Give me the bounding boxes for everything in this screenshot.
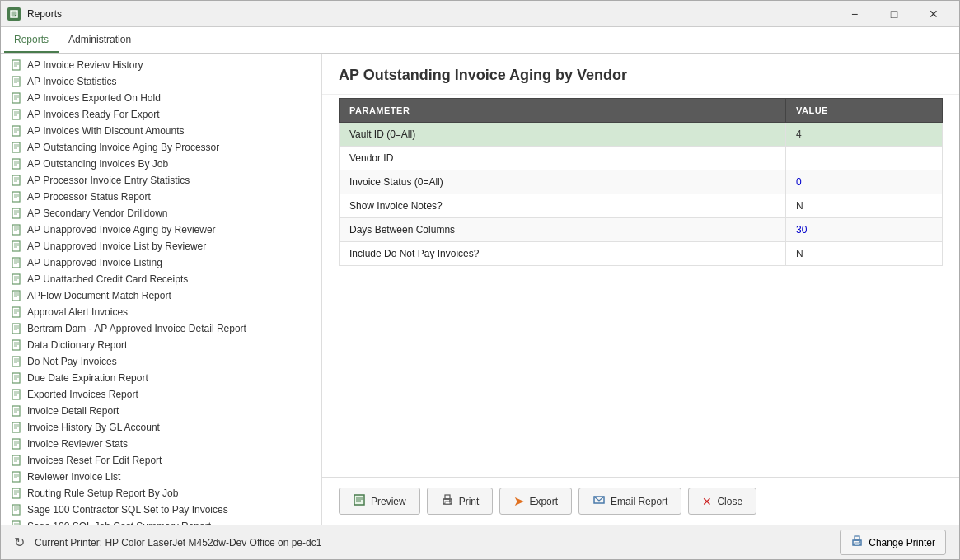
window-title: Reports [27,8,836,20]
sidebar-item-11[interactable]: AP Unapproved Invoice List by Reviewer [1,238,321,254]
document-icon [11,125,22,137]
param-cell: Include Do Not Pay Invoices? [340,242,786,266]
sidebar-item-27[interactable]: Sage 100 Contractor SQL Set to Pay Invoi… [1,502,321,518]
sidebar-item-label: AP Invoices Exported On Hold [27,92,161,104]
sidebar-item-22[interactable]: Invoice History By GL Account [1,419,321,436]
sidebar-item-15[interactable]: Approval Alert Invoices [1,304,321,320]
svg-rect-64 [12,307,20,317]
sidebar-item-label: Data Dictionary Report [27,339,127,351]
sidebar-item-6[interactable]: AP Outstanding Invoices By Job [1,156,321,172]
menu-reports[interactable]: Reports [4,27,59,53]
sidebar-item-5[interactable]: AP Outstanding Invoice Aging By Processo… [1,139,321,156]
svg-rect-52 [12,258,20,268]
value-cell[interactable]: N [785,242,942,266]
printer-icon [850,534,864,550]
change-printer-button[interactable]: Change Printer [840,530,946,555]
param-cell: Show Invoice Notes? [340,194,786,218]
sidebar-item-label: AP Unapproved Invoice List by Reviewer [27,240,206,252]
sidebar-item-label: AP Unapproved Invoice Aging by Reviewer [27,224,216,236]
email-button[interactable]: Email Report [578,488,681,515]
sidebar-item-23[interactable]: Invoice Reviewer Stats [1,436,321,452]
svg-rect-108 [12,488,20,498]
sidebar-item-21[interactable]: Invoice Detail Report [1,403,321,419]
report-list-sidebar: AP Invoice Review HistoryAP Invoice Stat… [1,54,322,525]
svg-rect-88 [12,406,20,416]
sidebar-item-label: Approval Alert Invoices [27,306,128,318]
sidebar-item-label: AP Secondary Vendor Drilldown [27,208,168,219]
sidebar-item-28[interactable]: Sage 100 SQL Job Cost Summary Report [1,518,321,525]
sidebar-item-label: Invoice Detail Report [27,405,119,417]
document-icon [11,59,22,71]
action-bar: Preview Print ➤ Export Email Report [322,477,959,525]
sidebar-item-24[interactable]: Invoices Reset For Edit Report [1,452,321,469]
document-icon [11,76,22,87]
document-icon [11,438,22,450]
sidebar-item-17[interactable]: Data Dictionary Report [1,337,321,353]
document-icon [11,422,22,433]
value-cell[interactable]: 0 [785,170,942,194]
svg-rect-48 [12,241,20,251]
sidebar-item-9[interactable]: AP Secondary Vendor Drilldown [1,205,321,222]
document-icon [11,175,22,186]
sidebar-item-19[interactable]: Due Date Expiration Report [1,370,321,386]
email-icon [592,493,606,509]
content-area: AP Invoice Review HistoryAP Invoice Stat… [1,54,959,525]
svg-rect-12 [12,93,20,103]
sidebar-item-10[interactable]: AP Unapproved Invoice Aging by Reviewer [1,222,321,238]
sidebar-item-16[interactable]: Bertram Dam - AP Approved Invoice Detail… [1,320,321,337]
sidebar-item-label: AP Invoice Statistics [27,76,117,87]
value-cell[interactable]: 4 [785,123,942,147]
sidebar-item-14[interactable]: APFlow Document Match Report [1,287,321,304]
svg-rect-36 [12,192,20,202]
sidebar-item-12[interactable]: AP Unapproved Invoice Listing [1,254,321,271]
export-button[interactable]: ➤ Export [499,488,572,515]
param-cell: Vendor ID [340,147,786,170]
value-cell[interactable] [785,147,942,170]
svg-rect-100 [12,455,20,465]
sidebar-item-26[interactable]: Routing Rule Setup Report By Job [1,485,321,502]
svg-rect-80 [12,373,20,383]
sidebar-item-label: Bertram Dam - AP Approved Invoice Detail… [27,323,246,334]
refresh-icon[interactable]: ↻ [14,534,25,550]
sidebar-item-13[interactable]: AP Unattached Credit Card Receipts [1,271,321,287]
sidebar-item-1[interactable]: AP Invoice Statistics [1,73,321,90]
sidebar-item-8[interactable]: AP Processor Status Report [1,189,321,205]
svg-rect-104 [12,472,20,482]
svg-rect-147 [855,543,859,545]
svg-point-143 [449,500,451,502]
svg-rect-112 [12,505,20,515]
document-icon [11,504,22,516]
value-cell[interactable]: N [785,194,942,218]
sidebar-item-label: Due Date Expiration Report [27,372,148,384]
sidebar-item-label: AP Unapproved Invoice Listing [27,257,162,268]
value-cell[interactable]: 30 [785,218,942,242]
sidebar-item-7[interactable]: AP Processor Invoice Entry Statistics [1,172,321,189]
sidebar-item-3[interactable]: AP Invoices Ready For Export [1,106,321,123]
sidebar-item-label: AP Processor Invoice Entry Statistics [27,175,190,186]
sidebar-item-label: AP Unattached Credit Card Receipts [27,273,188,285]
sidebar-item-18[interactable]: Do Not Pay Invoices [1,353,321,370]
menu-administration[interactable]: Administration [59,27,141,53]
sidebar-item-label: Invoice Reviewer Stats [27,438,128,450]
sidebar-item-label: AP Invoice Review History [27,59,143,71]
preview-button[interactable]: Preview [339,488,420,515]
svg-rect-142 [445,502,450,504]
sidebar-item-4[interactable]: AP Invoices With Discount Amounts [1,123,321,139]
svg-rect-24 [12,142,20,152]
sidebar-item-2[interactable]: AP Invoices Exported On Hold [1,90,321,106]
close-report-button[interactable]: ✕ Close [688,488,756,515]
close-window-button[interactable]: ✕ [915,1,953,27]
svg-rect-76 [12,357,20,366]
main-panel: AP Outstanding Invoice Aging by Vendor P… [322,54,959,525]
sidebar-item-0[interactable]: AP Invoice Review History [1,57,321,73]
table-row: Show Invoice Notes?N [340,194,943,218]
sidebar-item-label: Do Not Pay Invoices [27,356,117,367]
minimize-button[interactable]: − [836,1,873,27]
sidebar-item-25[interactable]: Reviewer Invoice List [1,469,321,485]
maximize-button[interactable]: □ [875,1,913,27]
sidebar-item-20[interactable]: Exported Invoices Report [1,386,321,403]
document-icon [11,142,22,153]
print-button[interactable]: Print [427,488,494,515]
svg-point-148 [859,541,860,543]
sidebar-item-label: Exported Invoices Report [27,389,138,400]
